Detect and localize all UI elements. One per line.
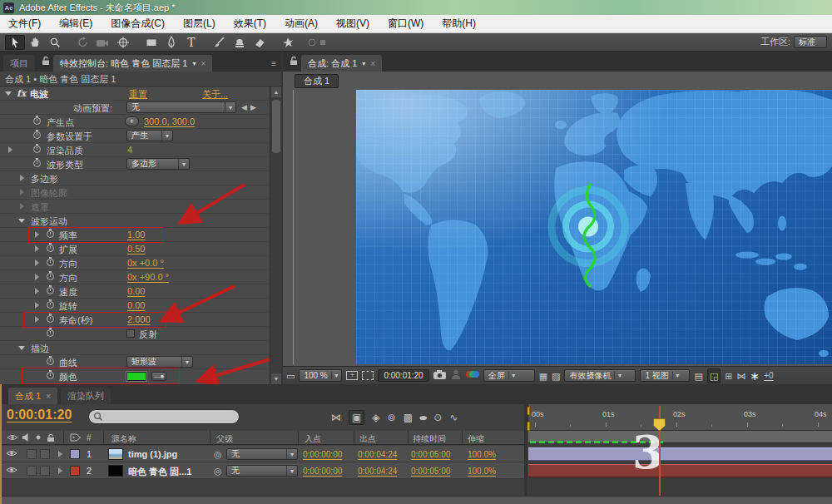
workspace-dropdown[interactable]: 标准 <box>794 36 827 48</box>
viewer-timecode[interactable]: 0:00:01:20 <box>378 369 428 382</box>
lock-toggle[interactable] <box>40 449 50 459</box>
layer-name[interactable]: 暗色 青色 固...1 <box>128 466 191 478</box>
audio-toggle[interactable] <box>27 449 37 459</box>
magnification-dropdown[interactable]: 100 %▾ <box>299 369 342 382</box>
menu-animation[interactable]: 动画(A) <box>285 17 318 31</box>
lock-icon[interactable] <box>290 54 298 69</box>
collapse-icon[interactable] <box>18 219 25 226</box>
stopwatch-icon[interactable] <box>47 372 54 379</box>
param-value[interactable]: 0.00 <box>127 286 145 296</box>
stopwatch-icon[interactable] <box>47 230 54 238</box>
flowchart-button-icon[interactable]: ⋈ <box>737 369 746 383</box>
comp-viewport[interactable] <box>356 90 832 364</box>
lock-icon[interactable] <box>42 54 50 69</box>
safe-margins-icon[interactable]: + <box>346 371 358 380</box>
exposure-value[interactable]: +0 <box>764 369 773 383</box>
scroll-down-icon[interactable]: ▼ <box>271 373 281 384</box>
transparency-grid-icon[interactable]: ▨ <box>552 369 560 383</box>
param-value[interactable]: 300.0, 300.0 <box>144 116 195 126</box>
camera-tool-icon[interactable] <box>93 35 113 50</box>
param-dropdown[interactable]: 矩形波▾ <box>126 356 193 368</box>
stretch-value[interactable]: 100.0% <box>468 467 496 476</box>
timeline-timecode[interactable]: 0:00:01:20 <box>7 408 72 422</box>
label-color-swatch[interactable] <box>70 449 80 459</box>
stopwatch-icon[interactable] <box>47 301 54 309</box>
eraser-tool-icon[interactable] <box>250 35 270 50</box>
frame-blending-icon[interactable]: ⊚ <box>388 411 396 424</box>
stopwatch-icon[interactable] <box>47 329 54 337</box>
param-value[interactable]: 2.000 <box>127 314 151 324</box>
menu-layer[interactable]: 图层(L) <box>183 17 215 31</box>
expand-icon[interactable] <box>20 175 27 181</box>
expand-icon[interactable] <box>35 316 42 323</box>
tab-comp-timeline[interactable]: 合成 1 × <box>8 388 57 404</box>
expand-icon[interactable] <box>58 451 66 457</box>
stopwatch-icon[interactable] <box>33 131 41 139</box>
preset-prev-icon[interactable]: ◀ <box>241 103 247 111</box>
parent-dropdown[interactable]: 无▾ <box>226 448 298 460</box>
out-value[interactable]: 0:00:04:24 <box>358 450 397 459</box>
duration-value[interactable]: 0:00:05:00 <box>411 450 450 459</box>
time-ruler[interactable]: 00s 01s 02s 03s 04s <box>527 404 832 431</box>
param-dropdown[interactable]: 产生▾ <box>126 130 173 141</box>
camera-dropdown[interactable]: 有效摄像机▾ <box>564 369 636 382</box>
stopwatch-icon[interactable] <box>47 245 54 252</box>
param-value[interactable]: 0x +90.0 ° <box>127 272 169 282</box>
out-value[interactable]: 0:00:04:24 <box>358 467 397 476</box>
parent-pickwhip-icon[interactable]: ◎ <box>214 449 222 460</box>
timeline-scrollbar[interactable] <box>2 496 832 504</box>
parent-dropdown[interactable]: 无▾ <box>226 465 298 477</box>
stretch-value[interactable]: 100.0% <box>468 450 496 459</box>
effect-name[interactable]: 电波 <box>30 88 48 101</box>
in-value[interactable]: 0:00:00:00 <box>303 467 342 476</box>
expand-icon[interactable] <box>8 146 16 153</box>
param-value[interactable]: 0x +0.0 ° <box>127 258 164 268</box>
brainstorm-icon[interactable]: ● <box>418 411 428 424</box>
layer-name[interactable]: timg (1).jpg <box>128 449 177 459</box>
stretch-column-header[interactable]: 伸缩 <box>468 433 484 445</box>
eye-icon[interactable] <box>6 466 17 476</box>
zoom-tool-icon[interactable] <box>45 35 65 50</box>
expand-icon[interactable] <box>35 274 42 280</box>
fast-previews-icon[interactable]: ◲ <box>707 368 721 383</box>
about-button[interactable]: 关于... <box>202 88 228 101</box>
tab-project[interactable]: 项目 <box>3 55 35 72</box>
puppet-pin-tool-icon[interactable] <box>278 35 298 50</box>
tab-close-icon[interactable]: × <box>201 59 206 68</box>
selection-tool-icon[interactable] <box>5 35 25 50</box>
timeline-divider[interactable] <box>524 404 527 496</box>
draft-3d-icon[interactable]: ▣ <box>349 410 364 425</box>
stopwatch-icon[interactable] <box>47 273 54 280</box>
in-column-header[interactable]: 入点 <box>305 433 321 445</box>
grid-guides-icon[interactable]: ▦ <box>539 369 547 383</box>
tab-render-queue[interactable]: 渲染队列 <box>61 388 111 404</box>
tab-composition[interactable]: 合成: 合成 1 ▾ × <box>301 55 382 72</box>
expand-icon[interactable] <box>35 259 42 266</box>
duration-value[interactable]: 0:00:05:00 <box>411 467 450 476</box>
menu-view[interactable]: 视图(V) <box>336 17 369 31</box>
tab-close-icon[interactable]: × <box>46 392 51 401</box>
hide-shy-layers-icon[interactable]: ◈ <box>372 411 379 424</box>
param-dropdown[interactable]: 多边形▾ <box>126 158 190 170</box>
view-layout-dropdown[interactable]: 1 视图▾ <box>640 369 690 382</box>
panel-menu-icon[interactable]: ≡ <box>271 59 276 68</box>
stopwatch-icon[interactable] <box>47 259 54 266</box>
menu-help[interactable]: 帮助(H) <box>442 17 476 31</box>
expand-icon[interactable] <box>35 288 42 294</box>
expand-icon[interactable] <box>35 302 42 309</box>
color-swatch[interactable] <box>126 372 146 381</box>
label-color-swatch[interactable] <box>70 466 80 476</box>
graph-editor-icon[interactable]: ∿ <box>449 411 458 424</box>
snapshot-camera-icon[interactable] <box>433 369 447 383</box>
param-value[interactable]: 0.00 <box>127 300 145 310</box>
pen-tool-icon[interactable] <box>161 35 181 50</box>
collapse-icon[interactable] <box>18 346 25 353</box>
out-column-header[interactable]: 出点 <box>359 433 376 445</box>
param-value[interactable]: 1.00 <box>127 230 145 240</box>
parent-column-header[interactable]: 父级 <box>216 433 233 445</box>
stopwatch-icon[interactable] <box>33 160 41 167</box>
tab-effect-controls[interactable]: 特效控制台: 暗色 青色 固态层 1 ▾ × <box>53 55 212 72</box>
comp-mini-flowchart-icon[interactable]: ⋈ <box>331 411 341 424</box>
text-tool-icon[interactable]: T <box>181 35 201 50</box>
search-box[interactable] <box>88 409 240 424</box>
